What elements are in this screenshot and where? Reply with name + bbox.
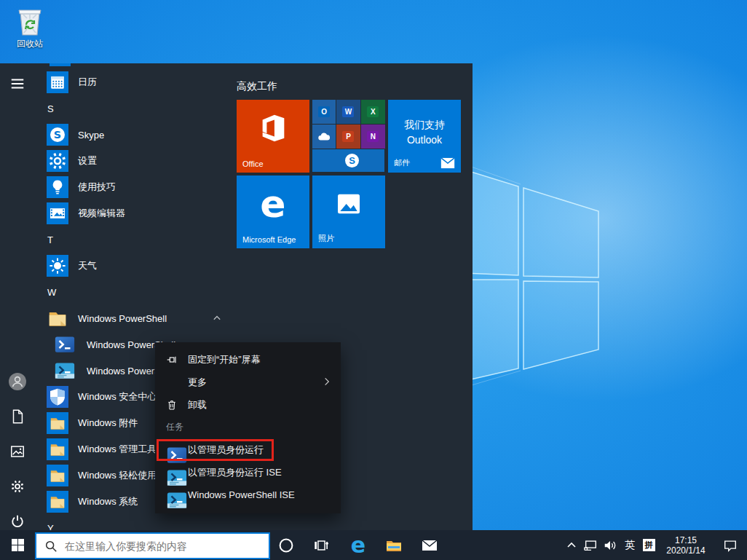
picture-icon <box>9 443 25 460</box>
tile-label: 照片 <box>318 233 334 244</box>
cortana-button[interactable] <box>270 530 302 560</box>
tile-office-apps[interactable]: OWXPNS <box>312 100 385 173</box>
context-menu-item[interactable]: 卸载 <box>155 393 341 416</box>
recycle-bin-icon <box>9 5 51 37</box>
network-icon <box>583 538 598 553</box>
rail-pictures-button[interactable] <box>0 434 35 469</box>
app-letter: P <box>342 131 354 142</box>
taskbar-search-box[interactable] <box>35 532 270 559</box>
desktop: 回收站 日历SSSkype设置使用技巧视频编辑器T天气WWindows Powe… <box>0 0 747 560</box>
app-list-item[interactable]: Windows PowerShell <box>35 305 233 331</box>
app-section-letter[interactable]: W <box>35 279 233 305</box>
context-menu-item-label: 卸载 <box>188 398 207 411</box>
action-center-button[interactable] <box>714 530 747 560</box>
context-menu-item[interactable]: Windows PowerShell ISE <box>155 484 341 506</box>
tile-edge[interactable]: eMicrosoft Edge <box>237 176 309 248</box>
gear-icon <box>9 478 25 494</box>
recycle-bin-desktop-icon[interactable]: 回收站 <box>9 5 51 50</box>
tray-expand-button[interactable] <box>563 530 580 560</box>
app-list-item[interactable]: 使用技巧 <box>35 174 233 200</box>
office-app-cell-P: P <box>336 125 360 149</box>
ime-language-indicator[interactable]: 英 <box>620 530 639 560</box>
app-label: 日历 <box>78 76 97 89</box>
rail-user-button[interactable] <box>0 364 35 399</box>
windows-logo-icon <box>12 539 24 551</box>
office-apps-collage: OWXPNS <box>312 100 385 173</box>
start-button[interactable] <box>0 530 35 560</box>
app-letter: N <box>367 131 379 142</box>
context-menu-item[interactable]: 更多 <box>155 371 341 393</box>
app-list-item[interactable]: SSkype <box>35 122 233 148</box>
app-label: Windows PowerShell <box>78 313 167 324</box>
app-label: 设置 <box>78 154 97 167</box>
start-menu-rail <box>0 63 35 530</box>
app-list-item[interactable]: 视频编辑器 <box>35 200 233 226</box>
rail-power-button[interactable] <box>0 504 35 530</box>
app-section-letter[interactable]: T <box>35 226 233 253</box>
gear-tile-icon <box>47 150 68 172</box>
context-menu-item-label: 更多 <box>188 376 207 389</box>
folder-tile-icon <box>47 465 68 486</box>
section-letter-label: W <box>47 287 56 298</box>
app-list-item[interactable]: 日历 <box>35 69 233 95</box>
app-label: 天气 <box>78 259 97 272</box>
powershell-ise-icon <box>166 489 178 501</box>
speaker-icon <box>603 538 617 553</box>
tile-office[interactable]: Office <box>237 100 309 173</box>
chevron-up-icon[interactable] <box>210 311 224 326</box>
app-letter: W <box>342 106 354 117</box>
taskbar-clock[interactable]: 17:15 2020/1/14 <box>658 530 714 560</box>
tile-label: Microsoft Edge <box>242 235 296 244</box>
clipped-app-icon <box>50 63 71 66</box>
office-app-cell-W: W <box>336 100 360 125</box>
app-label: Windows 管理工具 <box>78 443 157 456</box>
app-label: Skype <box>78 130 104 141</box>
search-input[interactable] <box>63 540 269 553</box>
folder-tile-icon <box>47 438 68 460</box>
rail-documents-button[interactable] <box>0 399 35 434</box>
red-highlight-box <box>157 439 274 461</box>
context-menu-section-header: 任务 <box>155 416 341 438</box>
clock-time: 17:15 <box>675 535 697 545</box>
chevron-right-icon <box>322 376 332 387</box>
app-label: 视频编辑器 <box>78 207 125 220</box>
app-list-item[interactable]: 天气 <box>35 253 233 279</box>
context-menu-item[interactable]: 以管理员身份运行 ISE <box>155 461 341 484</box>
mail-button[interactable] <box>414 530 446 560</box>
envelope-icon <box>440 157 455 169</box>
office-app-cell-O: O <box>312 100 336 125</box>
recycle-bin-label: 回收站 <box>9 38 51 50</box>
chevron-up-icon <box>566 540 577 551</box>
system-tray: 英 拼 17:15 2020/1/14 <box>563 530 747 560</box>
app-letter: X <box>367 106 379 117</box>
calendar-icon <box>47 71 68 93</box>
edge-button[interactable]: e <box>342 530 374 560</box>
mail-icon <box>421 537 438 554</box>
power-icon <box>9 513 25 529</box>
powershell-icon <box>54 334 76 355</box>
context-menu-item[interactable]: 固定到“开始”屏幕 <box>155 348 341 371</box>
app-section-letter[interactable]: S <box>35 95 233 122</box>
tile-mail[interactable]: 我们支持Outlook邮件 <box>388 100 461 173</box>
rail-menu-button[interactable] <box>0 66 35 101</box>
app-list-item[interactable]: 设置 <box>35 148 233 174</box>
rail-settings-button[interactable] <box>0 469 35 504</box>
skype-icon: S <box>345 154 359 167</box>
ime-mode-indicator[interactable]: 拼 <box>639 530 658 560</box>
app-section-letter[interactable]: Y <box>35 515 233 530</box>
tile-photos[interactable]: 照片 <box>312 176 385 248</box>
app-label: Windows 附件 <box>78 417 138 430</box>
mail-tile-line: Outlook <box>388 133 461 148</box>
document-icon <box>9 409 25 425</box>
pin-icon <box>166 354 178 366</box>
folder-icon <box>47 307 68 329</box>
clock-date: 2020/1/14 <box>666 545 705 556</box>
tile-label: 邮件 <box>394 157 410 168</box>
photos-icon <box>312 176 385 232</box>
app-label: Windows 系统 <box>78 495 138 508</box>
volume-button[interactable] <box>600 530 620 560</box>
file-explorer-button[interactable] <box>378 530 410 560</box>
task-view-button[interactable] <box>305 530 337 560</box>
network-button[interactable] <box>580 530 600 560</box>
office-logo-icon <box>237 100 309 157</box>
